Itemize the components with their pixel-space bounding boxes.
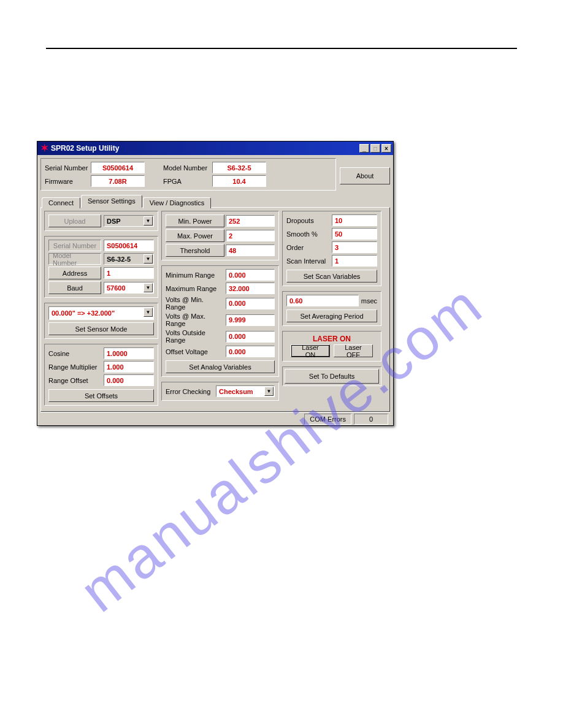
com-errors-label: COM Errors <box>304 414 351 425</box>
cosine-label: Cosine <box>48 350 101 357</box>
min-power-button[interactable]: Min. Power <box>166 214 224 227</box>
set-sensor-mode-button[interactable]: Set Sensor Mode <box>48 322 154 335</box>
avg-unit-label: msec <box>361 297 377 305</box>
min-range-input[interactable]: 0.000 <box>226 269 275 281</box>
model-number-select[interactable]: S6-32-5▼ <box>104 253 154 265</box>
smooth-label: Smooth % <box>286 230 329 238</box>
chevron-down-icon: ▼ <box>264 387 274 396</box>
upload-select[interactable]: DSP▼ <box>104 215 154 227</box>
tab-connect[interactable]: Connect <box>42 197 80 208</box>
model-label: Model Number <box>163 164 212 172</box>
volts-min-label: Volts @ Min. Range <box>166 296 224 311</box>
max-power-button[interactable]: Max. Power <box>166 229 224 242</box>
set-averaging-button[interactable]: Set Averaging Period <box>286 309 377 322</box>
laser-off-button[interactable]: Laser OFF <box>334 344 373 357</box>
maximize-button[interactable]: □ <box>370 144 380 153</box>
serial-label: Serial Number <box>45 164 91 172</box>
set-to-defaults-button[interactable]: Set To Defaults <box>285 369 379 384</box>
close-button[interactable]: × <box>381 144 391 153</box>
error-checking-select[interactable]: Checksum▼ <box>216 385 275 397</box>
volts-outside-label: Volts Outside Range <box>166 329 224 344</box>
dropouts-input[interactable]: 10 <box>332 214 377 226</box>
tab-row: Connect Sensor Settings View / Diagnosti… <box>40 195 390 207</box>
dropouts-label: Dropouts <box>286 217 329 224</box>
range-offset-label: Range Offset <box>48 377 101 384</box>
firmware-label: Firmware <box>45 178 91 185</box>
set-scan-variables-button[interactable]: Set Scan Variables <box>286 270 377 282</box>
statusbar: COM Errors 0 <box>40 412 390 425</box>
set-analog-button[interactable]: Set Analog Variables <box>166 360 275 373</box>
range-multiplier-input[interactable]: 1.000 <box>104 361 154 373</box>
window-title: SPR02 Setup Utility <box>51 144 358 153</box>
error-checking-label: Error Checking <box>166 388 213 395</box>
min-range-label: Minimum Range <box>166 271 224 279</box>
about-button[interactable]: About <box>340 167 390 184</box>
offset-voltage-input[interactable]: 0.000 <box>226 346 275 357</box>
model-number-button[interactable]: Model Number <box>48 253 101 265</box>
baud-button[interactable]: Baud <box>48 281 101 294</box>
tab-sensor-settings[interactable]: Sensor Settings <box>81 195 142 208</box>
titlebar: ✶ SPR02 Setup Utility _ □ × <box>37 142 393 155</box>
laser-status-label: LASER ON <box>286 333 377 344</box>
order-input[interactable]: 3 <box>332 241 377 253</box>
serial-number-button[interactable]: Serial Number <box>48 240 101 251</box>
sensor-mode-select[interactable]: 00.000" => +32.000"▼ <box>48 306 154 320</box>
order-label: Order <box>286 244 329 251</box>
app-window: ✶ SPR02 Setup Utility _ □ × Serial Numbe… <box>37 141 394 426</box>
threshold-button[interactable]: Thershold <box>166 244 224 257</box>
fpga-value: 10.4 <box>212 175 266 187</box>
tab-view-diagnostics[interactable]: View / Diagnostics <box>143 197 212 208</box>
range-multiplier-label: Range Multiplier <box>48 363 101 371</box>
max-power-input[interactable]: 2 <box>226 230 275 241</box>
set-offsets-button[interactable]: Set Offsets <box>48 389 154 402</box>
chevron-down-icon: ▼ <box>144 216 153 226</box>
firmware-value: 7.08R <box>91 175 145 187</box>
threshold-input[interactable]: 48 <box>226 245 275 256</box>
baud-select[interactable]: 57600▼ <box>104 282 154 294</box>
volts-outside-input[interactable]: 0.000 <box>226 331 275 343</box>
tab-page-sensor-settings: Upload DSP▼ Serial Number S0500614 Model… <box>40 207 390 412</box>
cosine-input[interactable]: 1.0000 <box>104 347 154 359</box>
max-range-input[interactable]: 32.000 <box>226 282 275 294</box>
upload-button[interactable]: Upload <box>48 214 101 227</box>
fpga-label: FPGA <box>163 178 212 185</box>
volts-min-input[interactable]: 0.000 <box>226 298 275 309</box>
volts-max-input[interactable]: 9.999 <box>226 314 275 326</box>
avg-period-input[interactable]: 0.60 <box>286 295 359 306</box>
minimize-button[interactable]: _ <box>359 144 369 153</box>
serial-number-input[interactable]: S0500614 <box>104 240 154 251</box>
chevron-down-icon: ▼ <box>144 254 153 264</box>
laser-on-button[interactable]: Laser ON <box>291 344 330 357</box>
chevron-down-icon: ▼ <box>144 283 153 292</box>
com-errors-value: 0 <box>354 414 388 425</box>
scan-interval-label: Scan Interval <box>286 257 329 265</box>
address-button[interactable]: Address <box>48 267 101 279</box>
app-icon: ✶ <box>40 144 48 153</box>
offset-voltage-label: Offset Voltage <box>166 348 224 355</box>
scan-interval-input[interactable]: 1 <box>332 255 377 267</box>
max-range-label: Maximum Range <box>166 285 224 292</box>
chevron-down-icon: ▼ <box>144 308 153 317</box>
range-offset-input[interactable]: 0.000 <box>104 374 154 386</box>
model-value: S6-32-5 <box>212 162 266 173</box>
smooth-input[interactable]: 50 <box>332 228 377 240</box>
address-input[interactable]: 1 <box>104 267 154 279</box>
serial-value: S0500614 <box>91 162 145 173</box>
min-power-input[interactable]: 252 <box>226 215 275 227</box>
volts-max-label: Volts @ Max. Range <box>166 313 224 327</box>
